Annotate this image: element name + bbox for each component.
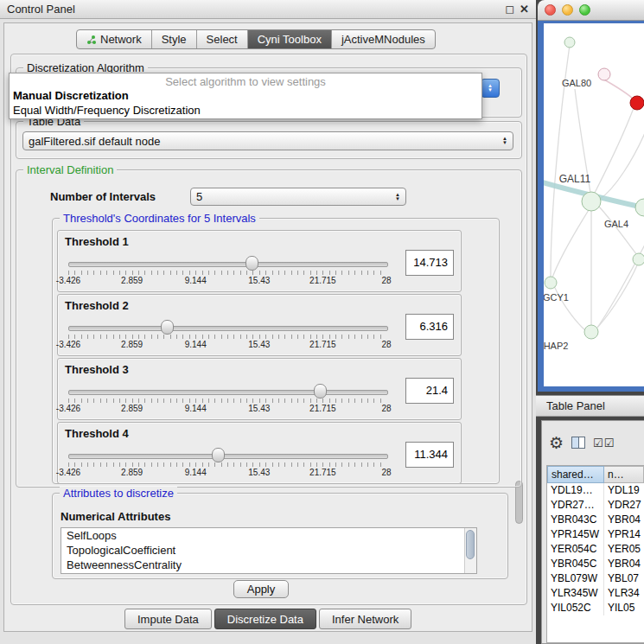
tab-jactivemnodules[interactable]: jActiveMNodules	[331, 30, 435, 48]
threshold-1-slider-track[interactable]	[68, 262, 388, 267]
algorithm-placeholder: Select algorithm to view settings	[10, 73, 481, 88]
float-panel-icon[interactable]: ◻	[505, 3, 514, 16]
network-node-gcy1[interactable]	[545, 277, 557, 289]
tab-discretize-data[interactable]: Discretize Data	[214, 609, 316, 629]
tab-style[interactable]: Style	[151, 30, 196, 48]
algorithm-option-equal-width[interactable]: Equal Width/Frequency Discretization	[10, 103, 481, 118]
apply-button[interactable]: Apply	[233, 580, 289, 598]
number-of-intervals-label: Number of Intervals	[50, 190, 156, 203]
algorithm-dropdown-popup: Select algorithm to view settings Manual…	[9, 73, 482, 119]
column-selector-icon[interactable]	[571, 437, 585, 449]
threshold-4-panel: Threshold 4 -3.4262.8599.14415.4321.7152…	[57, 422, 462, 484]
select-checkboxes-icon[interactable]: ☑☑	[593, 437, 615, 450]
minimize-traffic-light[interactable]	[562, 4, 573, 16]
close-traffic-light[interactable]	[545, 4, 556, 16]
slider-scale: -3.4262.8599.14415.4321.71528	[68, 340, 386, 350]
cell-shared-name: YBR043C	[547, 513, 604, 527]
bottom-tabbar: Impute Data Discretize Data Infer Networ…	[124, 609, 411, 629]
scale-label: 2.859	[121, 276, 143, 285]
attribute-list-item[interactable]: TopologicalCoefficient	[61, 543, 476, 558]
table-panel-title: Table Panel	[546, 399, 605, 412]
tab-infer-network-label: Infer Network	[332, 613, 399, 626]
cell-shared-name: YBL079W	[547, 571, 604, 586]
scale-label: 21.715	[309, 404, 336, 413]
cell-shared-name: YDR27…	[547, 498, 604, 513]
scale-label: -3.426	[56, 276, 80, 285]
attributes-list-scrollbar[interactable]	[464, 528, 476, 573]
attribute-list-item[interactable]: SelfLoops	[61, 528, 476, 543]
network-window-titlebar[interactable]	[538, 0, 644, 21]
threshold-2-slider-track[interactable]	[68, 326, 388, 331]
table-row[interactable]: YBR045CYBR04	[547, 557, 644, 571]
table-row[interactable]: YBL079WYBL07	[547, 571, 644, 586]
scale-label: 15.43	[248, 276, 270, 285]
node-label-gal4: GAL4	[604, 219, 628, 229]
combo-arrows-icon: ▲▼	[390, 193, 400, 201]
threshold-1-label: Threshold 1	[65, 235, 129, 248]
threshold-4-slider-track[interactable]	[68, 454, 388, 459]
threshold-3-label: Threshold 3	[65, 363, 129, 376]
tab-infer-network[interactable]: Infer Network	[319, 609, 411, 629]
scale-label: 15.43	[248, 468, 270, 477]
table-row[interactable]: YPR145WYPR14	[547, 527, 644, 542]
threshold-3-slider-track[interactable]	[68, 390, 388, 395]
algorithm-combo-stepper-button[interactable]: ▲▼	[481, 79, 500, 98]
screen: Control Panel ◻ ✕ Network Style Select C…	[0, 0, 644, 644]
combo-arrows-icon: ▲▼	[497, 137, 507, 145]
tab-network[interactable]: Network	[77, 30, 151, 48]
number-of-intervals-combo[interactable]: 5 ▲▼	[190, 188, 406, 206]
table-body: YDL19…YDL19YDR27…YDR27YBR043CYBR04YPR145…	[547, 483, 644, 615]
cell-name: YDL19	[604, 483, 644, 498]
slider-scale: -3.4262.8599.14415.4321.71528	[68, 276, 386, 286]
network-node[interactable]	[633, 253, 644, 265]
algorithm-option-manual[interactable]: Manual Discretization	[10, 88, 481, 103]
network-node-gal80[interactable]	[598, 68, 610, 80]
threshold-2-value-field[interactable]: 6.316	[405, 314, 454, 340]
table-data-combo[interactable]: galFiltered.sif default node ▲▼	[22, 131, 513, 150]
table-row[interactable]: YLR345WYLR34	[547, 586, 644, 601]
column-header-shared-name[interactable]: shared…	[547, 466, 604, 483]
threshold-4-slider-handle[interactable]	[212, 448, 225, 462]
cell-shared-name: YIL052C	[547, 601, 604, 615]
table-row[interactable]: YBR043CYBR04	[547, 513, 644, 527]
scale-label: 9.144	[185, 468, 207, 477]
tab-impute-data[interactable]: Impute Data	[124, 609, 212, 629]
gear-icon[interactable]: ⚙	[549, 435, 564, 451]
network-canvas[interactable]: GAL80 GAL11 GAL4 GCY1 HAP2	[544, 23, 644, 386]
network-node[interactable]	[564, 37, 575, 48]
network-node[interactable]	[635, 199, 644, 216]
network-icon	[86, 35, 97, 45]
table-row[interactable]: YIL052CYIL05	[547, 601, 644, 615]
threshold-2-slider-handle[interactable]	[161, 320, 174, 335]
zoom-traffic-light[interactable]	[579, 4, 590, 16]
attribute-list-item[interactable]: BetweennessCentrality	[61, 558, 476, 572]
threshold-4-value-field[interactable]: 11.344	[405, 442, 454, 468]
node-label-gcy1: GCY1	[544, 292, 569, 303]
threshold-3-slider-handle[interactable]	[314, 384, 327, 399]
attributes-list-scrollbar-thumb[interactable]	[466, 530, 475, 559]
scale-label: 2.859	[121, 468, 143, 477]
table-row[interactable]: YDL19…YDL19	[547, 483, 644, 498]
column-header-name[interactable]: n…	[604, 466, 644, 483]
numerical-attributes-label: Numerical Attributes	[61, 510, 170, 523]
threshold-1-value-field[interactable]: 14.713	[405, 250, 454, 276]
close-panel-icon[interactable]: ✕	[520, 3, 529, 16]
threshold-3-value-field[interactable]: 21.4	[405, 378, 454, 404]
scale-label: 9.144	[185, 340, 207, 349]
table-row[interactable]: YDR27…YDR27	[547, 498, 644, 513]
threshold-1-slider-handle[interactable]	[245, 256, 258, 271]
numerical-attributes-list: SelfLoopsTopologicalCoefficientBetweenne…	[61, 527, 477, 574]
network-view-frame: GAL80 GAL11 GAL4 GCY1 HAP2	[538, 21, 644, 392]
scale-label: 9.144	[185, 404, 207, 413]
table-header-row: shared… n…	[547, 466, 644, 483]
tab-select[interactable]: Select	[196, 30, 247, 48]
node-label-gal80: GAL80	[562, 78, 591, 88]
scale-label: 15.43	[248, 340, 270, 349]
tab-cyni-toolbox[interactable]: Cyni Toolbox	[247, 30, 331, 48]
table-row[interactable]: YER054CYER05	[547, 542, 644, 557]
tab-network-label: Network	[100, 33, 142, 46]
control-panel-tabbar: Network Style Select Cyni Toolbox jActiv…	[76, 29, 436, 49]
network-node-red[interactable]	[630, 96, 644, 110]
network-node[interactable]	[582, 192, 601, 211]
network-node-hap2[interactable]	[584, 325, 598, 339]
